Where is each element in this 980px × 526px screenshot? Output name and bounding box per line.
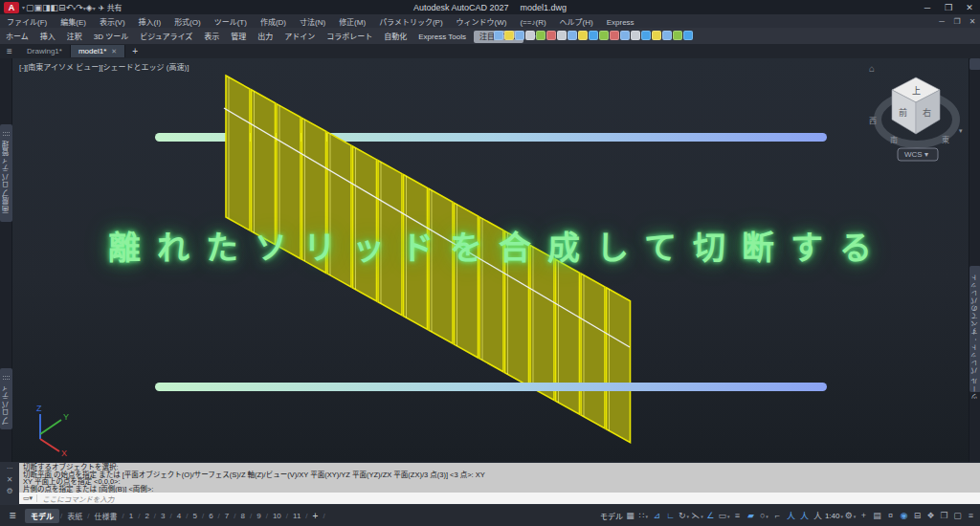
solid-panel[interactable]: [607, 288, 631, 443]
save-icon[interactable]: ◨: [42, 3, 51, 12]
print-icon[interactable]: ⊟: [58, 3, 66, 12]
import-icon[interactable]: ❖: [924, 511, 937, 520]
annotation-autoscale-icon[interactable]: 人: [798, 510, 811, 522]
autocad-logo[interactable]: A: [4, 2, 19, 13]
svg-text:東[interactable]: 東: [942, 135, 949, 144]
svg-text:西[interactable]: 西: [869, 117, 877, 125]
solid-panel[interactable]: [226, 76, 250, 230]
units-icon[interactable]: ¤: [884, 511, 897, 520]
palette-collapse-handle[interactable]: [969, 58, 980, 70]
ribbon-tab-2[interactable]: 注釈: [61, 31, 88, 43]
close-button[interactable]: ✕: [959, 3, 980, 12]
customize-menu-icon[interactable]: ≡: [965, 511, 977, 520]
menu-item-6[interactable]: 作成(D): [254, 18, 293, 27]
open-file-icon[interactable]: ▣: [34, 3, 43, 12]
menu-item-11[interactable]: (==♪(R): [513, 18, 552, 27]
layout-tab-13[interactable]: 11: [289, 510, 304, 522]
lineweight-icon[interactable]: ≡: [731, 511, 744, 520]
graphics-performance-icon[interactable]: ◉: [898, 511, 910, 520]
layout-tab-7[interactable]: 5: [189, 510, 200, 522]
menu-item-8[interactable]: 修正(M): [332, 18, 372, 27]
express-tool-icon-3[interactable]: [525, 31, 535, 40]
new-drawing-tab-button[interactable]: +: [125, 46, 145, 56]
object-snap-icon[interactable]: ▭▾: [718, 511, 730, 520]
layout-tab-6[interactable]: 4: [173, 510, 185, 522]
menu-item-9[interactable]: パラメトリック(P): [372, 18, 449, 27]
layout-tab-3[interactable]: 1: [125, 510, 137, 522]
annotation-scale-people-icon[interactable]: 人: [812, 510, 824, 522]
quick-properties-icon[interactable]: ▤: [871, 511, 883, 520]
drawing-tab-0[interactable]: Drawing1*: [19, 45, 71, 57]
menu-item-4[interactable]: 形式(O): [167, 18, 208, 27]
menu-item-1[interactable]: 編集(E): [54, 18, 93, 27]
ribbon-tab-7[interactable]: 出力: [252, 31, 278, 43]
minimize-button[interactable]: ─: [917, 3, 938, 12]
grid-icon[interactable]: ▦: [624, 511, 636, 520]
express-tool-icon-18[interactable]: [683, 31, 693, 40]
wcs-button[interactable]: WCS ▾: [898, 148, 938, 161]
save-as-icon[interactable]: ◧: [51, 3, 59, 12]
grip-icon[interactable]: ∙∙∙: [7, 464, 13, 472]
express-tool-icon-13[interactable]: [631, 31, 640, 40]
express-tool-icon-11[interactable]: [610, 31, 619, 40]
object-snap-tracking-icon[interactable]: ∠: [704, 511, 717, 520]
ucs-lock-icon[interactable]: ⌐: [771, 511, 784, 520]
polar-tracking-icon[interactable]: ↻▾: [678, 511, 690, 520]
snap-mode-icon[interactable]: ∷▾: [637, 511, 650, 520]
properties-palette-tab[interactable]: プロパティ: [0, 368, 12, 429]
layout-tab-1[interactable]: 表紙: [63, 509, 86, 523]
command-input[interactable]: ここにコマンドを入力: [37, 493, 114, 504]
express-tool-icon-10[interactable]: [599, 31, 609, 40]
isodraft-icon[interactable]: ⋋▾: [691, 511, 703, 520]
express-tool-icon-0[interactable]: [494, 31, 503, 40]
menu-item-2[interactable]: 表示(V): [93, 18, 132, 27]
express-tool-icon-8[interactable]: [578, 31, 588, 40]
express-tool-icon-9[interactable]: [589, 31, 598, 40]
annotation-scale-value[interactable]: 1:40▾: [825, 512, 843, 520]
express-tool-icon-14[interactable]: [641, 31, 651, 40]
command-input-row[interactable]: ▭▾ ここにコマンドを入力: [19, 493, 980, 504]
workspace-gear-icon[interactable]: ⚙▾: [844, 511, 857, 520]
layout-tab-2[interactable]: 仕様書: [90, 509, 121, 523]
express-tool-icon-17[interactable]: [673, 31, 682, 40]
logo-caret-icon[interactable]: ▾: [22, 4, 25, 11]
menu-item-5[interactable]: ツール(T): [208, 18, 254, 27]
menu-item-12[interactable]: ヘルプ(H): [553, 18, 600, 27]
layout-tab-4[interactable]: 2: [141, 510, 152, 522]
tool-palettes-tab[interactable]: ツール パレット - すべてのパレット: [969, 266, 980, 392]
layout-tab-12[interactable]: 10: [269, 510, 285, 522]
clean-screen-icon[interactable]: ▢: [951, 511, 964, 520]
viewport-controls[interactable]: [-][南東アイソメ ビュー][シェードとエッジ (高速)]: [19, 61, 189, 72]
ribbon-tab-5[interactable]: 表示: [198, 31, 225, 43]
command-icon[interactable]: ▭▾: [19, 494, 37, 502]
express-tool-icon-7[interactable]: [568, 31, 577, 40]
view-cube[interactable]: ⌂ 西 南 東 ▾ 上 前 右 WCS ▾: [861, 60, 974, 165]
close-icon[interactable]: ✕: [7, 475, 13, 484]
ribbon-tab-0[interactable]: ホーム: [0, 31, 34, 43]
viewcube-home-icon[interactable]: ⌂: [869, 63, 875, 74]
ribbon-tab-4[interactable]: ビジュアライズ: [134, 31, 198, 43]
layer-properties-palette-tab[interactable]: 画層プロパティ管理: [0, 124, 12, 222]
menu-item-13[interactable]: Express: [600, 18, 641, 27]
ortho-mode-icon[interactable]: ∟: [664, 511, 677, 520]
share-button[interactable]: ✈ 共有: [99, 2, 122, 12]
file-tab-menu-icon[interactable]: ≡: [0, 46, 19, 56]
menu-item-7[interactable]: 寸法(N): [293, 18, 332, 27]
ribbon-tab-9[interactable]: コラボレート: [321, 31, 378, 43]
plot-icon[interactable]: ⊟: [911, 511, 924, 520]
menu-item-3[interactable]: 挿入(I): [132, 18, 168, 27]
express-tool-icon-2[interactable]: [515, 31, 524, 40]
selection-effects-icon[interactable]: ▰: [745, 511, 757, 520]
express-tool-icon-6[interactable]: [557, 31, 567, 40]
customize-icon[interactable]: ⚙: [6, 487, 12, 495]
doc-restore-button[interactable]: ❐: [949, 17, 965, 26]
annotation-visibility-icon[interactable]: 人: [785, 510, 797, 522]
layout-tab-5[interactable]: 3: [157, 510, 168, 522]
express-tool-icon-16[interactable]: [662, 31, 672, 40]
menu-item-0[interactable]: ファイル(F): [0, 18, 54, 27]
layout-tab-9[interactable]: 7: [221, 510, 233, 522]
ribbon-tab-10[interactable]: 自動化: [378, 31, 412, 43]
ribbon-tab-6[interactable]: 管理: [225, 31, 252, 43]
express-tool-icon-4[interactable]: [536, 31, 546, 40]
layout-tab-10[interactable]: 8: [237, 510, 249, 522]
